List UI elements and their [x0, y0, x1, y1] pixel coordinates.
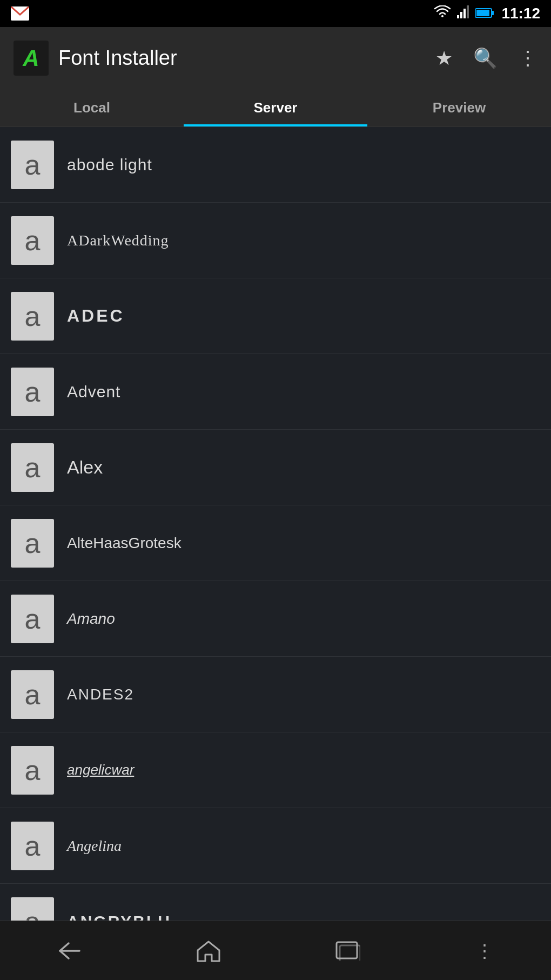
font-thumbnail: a: [11, 368, 54, 416]
font-thumbnail: a: [11, 746, 54, 795]
header-actions: ★ 🔍 ⋮: [435, 47, 537, 70]
logo-letter: A: [23, 45, 39, 71]
font-list: a abode light a ADarkWedding a ADEC a Ad…: [0, 127, 551, 921]
font-name: AlteHaasGrotesk: [67, 535, 182, 552]
font-thumbnail: a: [11, 670, 54, 719]
recents-button[interactable]: [319, 936, 377, 966]
list-item[interactable]: a Angelina: [0, 808, 551, 884]
list-item[interactable]: a abode light: [0, 127, 551, 203]
tab-local[interactable]: Local: [0, 89, 184, 126]
font-thumbnail: a: [11, 216, 54, 265]
font-name: Amano: [67, 610, 115, 628]
app-title: Font Installer: [58, 46, 435, 70]
wifi-icon: [434, 5, 451, 22]
svg-rect-6: [492, 11, 494, 15]
font-name: ADEC: [67, 306, 125, 326]
list-item[interactable]: a ADarkWedding: [0, 203, 551, 278]
font-name: Advent: [67, 383, 120, 401]
svg-marker-9: [198, 942, 219, 961]
favorite-button[interactable]: ★: [435, 47, 453, 70]
search-button[interactable]: 🔍: [473, 47, 498, 70]
app-header: A Font Installer ★ 🔍 ⋮: [0, 27, 551, 89]
list-item[interactable]: a AlteHaasGrotesk: [0, 505, 551, 581]
list-item[interactable]: a ANGRYBLU: [0, 884, 551, 921]
font-name: Angelina: [67, 837, 122, 855]
battery-icon: [475, 5, 495, 22]
font-thumbnail: a: [11, 595, 54, 643]
font-name: ANGRYBLU: [67, 912, 171, 921]
svg-rect-2: [460, 12, 462, 18]
tab-bar: Local Server Preview: [0, 89, 551, 127]
gmail-icon: [11, 6, 29, 21]
list-item[interactable]: a ANDES2: [0, 657, 551, 732]
nav-more-button[interactable]: ⋮: [459, 935, 510, 967]
font-name: Alex: [67, 457, 103, 478]
bottom-nav: ⋮: [0, 921, 551, 980]
signal-icon: [457, 5, 469, 22]
list-item[interactable]: a Amano: [0, 581, 551, 657]
home-icon: [197, 939, 220, 962]
list-item[interactable]: a ADEC: [0, 278, 551, 354]
font-name: abode light: [67, 156, 152, 174]
status-time: 11:12: [501, 5, 540, 22]
recents-icon: [335, 941, 360, 961]
font-name: ANDES2: [67, 686, 134, 703]
back-icon: [58, 941, 82, 961]
back-button[interactable]: [42, 936, 98, 966]
svg-rect-4: [467, 5, 469, 18]
font-thumbnail: a: [11, 822, 54, 870]
app-logo: A: [14, 41, 49, 76]
home-button[interactable]: [180, 934, 237, 968]
nav-more-icon: ⋮: [475, 940, 494, 962]
more-button[interactable]: ⋮: [518, 47, 537, 70]
list-item[interactable]: a angelicwar: [0, 732, 551, 808]
font-thumbnail: a: [11, 292, 54, 341]
font-thumbnail: a: [11, 443, 54, 492]
list-item[interactable]: a Advent: [0, 354, 551, 430]
status-bar: 11:12: [0, 0, 551, 27]
tab-server[interactable]: Server: [184, 89, 367, 126]
status-right: 11:12: [434, 5, 540, 22]
list-item[interactable]: a Alex: [0, 430, 551, 505]
svg-rect-7: [476, 10, 489, 16]
svg-rect-3: [463, 9, 466, 18]
font-thumbnail: a: [11, 519, 54, 568]
tab-preview[interactable]: Preview: [367, 89, 551, 126]
font-thumbnail: a: [11, 141, 54, 189]
status-left: [11, 6, 29, 21]
font-name: ADarkWedding: [67, 232, 169, 249]
font-name: angelicwar: [67, 762, 134, 778]
svg-rect-1: [457, 15, 459, 18]
font-thumbnail: a: [11, 897, 54, 921]
